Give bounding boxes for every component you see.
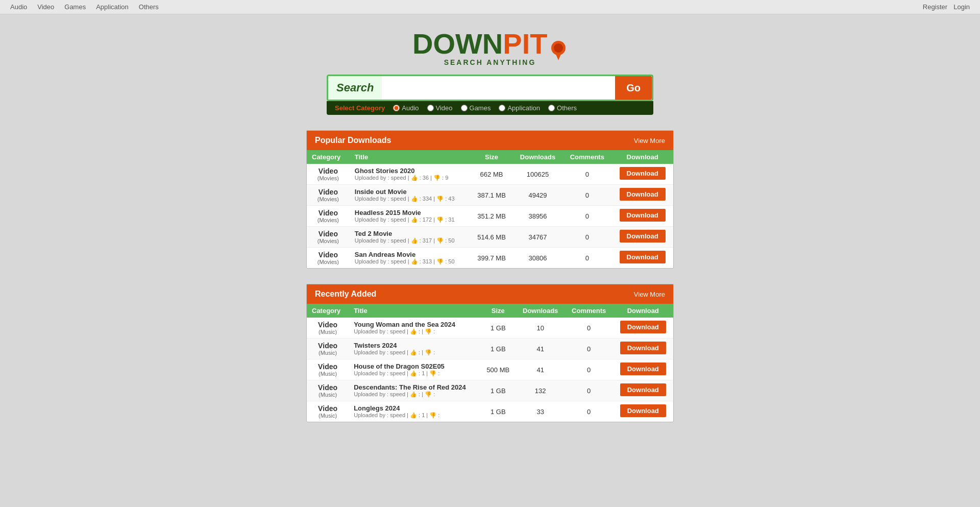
row-comments: 0 — [565, 380, 613, 401]
row-downloads: 30806 — [513, 248, 563, 269]
logo-pit: PIT — [503, 28, 547, 60]
row-size: 387.1 MB — [471, 185, 513, 206]
row-download-cell: Download — [613, 380, 673, 401]
title-main[interactable]: Ted 2 Movie — [355, 230, 465, 237]
cat-application-radio[interactable] — [499, 105, 505, 111]
row-size: 500 MB — [480, 359, 516, 380]
row-category: Video(Music) — [307, 339, 349, 359]
logo-text: DOWNPIT — [412, 30, 568, 60]
nav-application[interactable]: Application — [96, 3, 129, 11]
download-button[interactable]: Download — [620, 230, 666, 243]
row-size: 514.6 MB — [471, 227, 513, 248]
download-button[interactable]: Download — [620, 251, 666, 263]
row-comments: 0 — [563, 185, 612, 206]
row-category: Video(Movies) — [307, 227, 350, 248]
row-title: Ted 2 MovieUploaded by : speed | 👍 : 317… — [350, 227, 471, 248]
recently-added-section: Recently Added View More Category Title … — [306, 284, 674, 422]
recently-added-header: Recently Added View More — [307, 284, 673, 304]
cat-sub: (Movies) — [312, 196, 345, 202]
cat-sub: (Music) — [312, 392, 344, 398]
title-sub: Uploaded by : speed | 👍 : | 👎 : — [354, 391, 475, 398]
download-button[interactable]: Download — [620, 342, 666, 354]
col-comments: Comments — [563, 150, 612, 164]
table-row: Video(Movies)Ghost Stories 2020Uploaded … — [307, 164, 673, 185]
nav-audio[interactable]: Audio — [10, 3, 27, 11]
search-input[interactable] — [382, 76, 615, 100]
row-category: Video(Movies) — [307, 248, 350, 269]
recently-view-more[interactable]: View More — [634, 291, 665, 298]
cat-video[interactable]: Video — [427, 104, 453, 112]
search-go-button[interactable]: Go — [615, 76, 652, 100]
download-button[interactable]: Download — [620, 383, 666, 396]
nav-register[interactable]: Register — [923, 3, 947, 11]
cat-main: Video — [312, 342, 344, 350]
row-category: Video(Movies) — [307, 164, 350, 185]
nav-login[interactable]: Login — [953, 3, 970, 11]
row-comments: 0 — [565, 318, 613, 339]
table-row: Video(Music)Longlegs 2024Uploaded by : s… — [307, 401, 673, 422]
cat-games-radio[interactable] — [461, 105, 468, 111]
nav-left: Audio Video Games Application Others — [10, 3, 159, 11]
row-size: 1 GB — [480, 318, 516, 339]
row-title: Twisters 2024Uploaded by : speed | 👍 : |… — [349, 339, 480, 359]
row-downloads: 34767 — [513, 227, 563, 248]
table-row: Video(Music)Twisters 2024Uploaded by : s… — [307, 339, 673, 359]
title-main[interactable]: Twisters 2024 — [354, 342, 475, 349]
popular-downloads-table: Category Title Size Downloads Comments D… — [307, 150, 673, 268]
title-main[interactable]: Ghost Stories 2020 — [355, 167, 465, 175]
recently-added-table: Category Title Size Downloads Comments D… — [307, 304, 673, 422]
popular-view-more[interactable]: View More — [634, 137, 665, 144]
download-button[interactable]: Download — [620, 404, 666, 417]
title-main[interactable]: Longlegs 2024 — [354, 404, 475, 412]
cat-audio[interactable]: Audio — [393, 104, 419, 112]
row-comments: 0 — [563, 227, 612, 248]
col-downloads: Downloads — [516, 304, 565, 318]
row-title: Headless 2015 MovieUploaded by : speed |… — [350, 206, 471, 227]
download-button[interactable]: Download — [620, 167, 666, 180]
col-comments: Comments — [565, 304, 613, 318]
download-button[interactable]: Download — [620, 363, 666, 375]
col-download: Download — [611, 150, 673, 164]
title-sub: Uploaded by : speed | 👍 : | 👎 : — [354, 328, 475, 335]
cat-main: Video — [312, 230, 345, 238]
cat-sub: (Music) — [312, 413, 344, 419]
download-button[interactable]: Download — [620, 188, 666, 201]
nav-video[interactable]: Video — [37, 3, 54, 11]
row-download-cell: Download — [611, 164, 673, 185]
row-download-cell: Download — [613, 401, 673, 422]
cat-games[interactable]: Games — [461, 104, 491, 112]
cat-application[interactable]: Application — [499, 104, 540, 112]
col-download: Download — [613, 304, 673, 318]
title-sub: Uploaded by : speed | 👍 : 334 | 👎 : 43 — [355, 196, 465, 202]
cat-others[interactable]: Others — [548, 104, 577, 112]
cat-main: Video — [312, 209, 345, 217]
row-size: 351.2 MB — [471, 206, 513, 227]
row-download-cell: Download — [613, 359, 673, 380]
title-main[interactable]: San Andreas Movie — [355, 251, 465, 258]
row-comments: 0 — [565, 359, 613, 380]
cat-sub: (Movies) — [312, 175, 345, 181]
recent-table-header-row: Category Title Size Downloads Comments D… — [307, 304, 673, 318]
title-main[interactable]: Headless 2015 Movie — [355, 209, 465, 216]
download-button[interactable]: Download — [620, 321, 666, 333]
title-main[interactable]: Inside out Movie — [355, 188, 465, 196]
title-sub: Uploaded by : speed | 👍 : 1 | 👎 : — [354, 412, 475, 419]
download-button[interactable]: Download — [620, 209, 666, 222]
cat-audio-radio[interactable] — [393, 105, 400, 111]
nav-games[interactable]: Games — [64, 3, 86, 11]
table-row: Video(Movies)Headless 2015 MovieUploaded… — [307, 206, 673, 227]
table-row: Video(Movies)Ted 2 MovieUploaded by : sp… — [307, 227, 673, 248]
cat-sub: (Movies) — [312, 217, 345, 223]
row-title: San Andreas MovieUploaded by : speed | 👍… — [350, 248, 471, 269]
nav-others[interactable]: Others — [139, 3, 159, 11]
title-main[interactable]: Young Woman and the Sea 2024 — [354, 321, 475, 328]
title-main[interactable]: Descendants: The Rise of Red 2024 — [354, 383, 475, 391]
cat-main: Video — [312, 251, 345, 259]
cat-others-radio[interactable] — [548, 105, 555, 111]
row-category: Video(Music) — [307, 318, 349, 339]
cat-video-radio[interactable] — [427, 105, 434, 111]
row-downloads: 100625 — [513, 164, 563, 185]
logo-pin-icon — [549, 40, 568, 60]
title-main[interactable]: House of the Dragon S02E05 — [354, 363, 475, 370]
row-comments: 0 — [565, 401, 613, 422]
